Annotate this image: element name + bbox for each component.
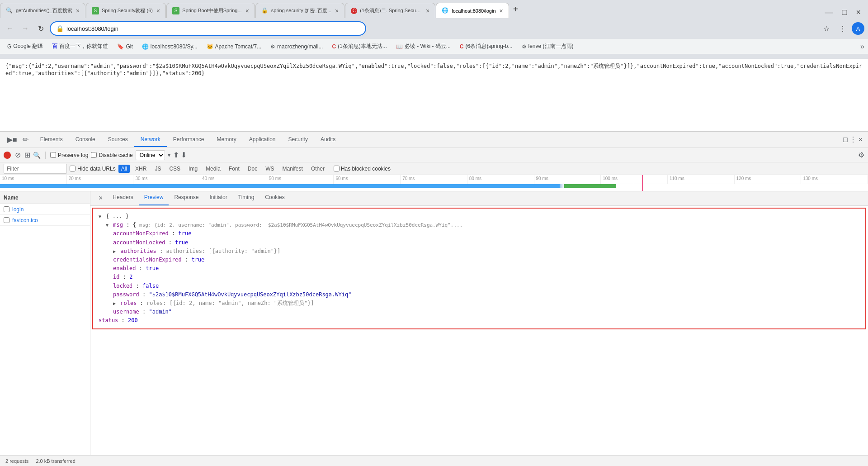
hide-data-urls-checkbox[interactable]: Hide data URLs [70, 166, 116, 172]
devtools-inspect-icon[interactable]: ▶■ [5, 133, 19, 146]
throttle-select[interactable]: Online [136, 150, 165, 160]
bookmark-msg1[interactable]: C (1条消息)本地无法... [328, 41, 390, 52]
filter-xhr-button[interactable]: XHR [132, 165, 149, 173]
filter-css-button[interactable]: CSS [166, 165, 183, 173]
tab-1[interactable]: 🔍 getAuthorities()_百度搜索 × [0, 3, 85, 18]
tab-2[interactable]: S Spring Security教程 (6) × [86, 3, 166, 18]
forward-button[interactable]: → [19, 22, 32, 35]
tab-6-close[interactable]: × [500, 7, 503, 14]
preserve-log-checkbox[interactable]: Preserve log [50, 152, 88, 158]
devtools-close-icon[interactable]: × [859, 136, 863, 144]
devtools-dock-icon[interactable]: □ [843, 136, 848, 144]
clear-button[interactable]: ⊘ [14, 151, 22, 159]
tab-1-close[interactable]: × [76, 7, 80, 14]
bookmarks-star-icon[interactable]: ☆ [819, 21, 834, 36]
tab-application[interactable]: Application [243, 133, 282, 147]
network-item-favicon[interactable]: favicon.ico [0, 215, 90, 226]
filter-doc-button[interactable]: Doc [245, 165, 260, 173]
bookmark-localhost[interactable]: 🌐 localhost:8080/Sy... [138, 42, 201, 52]
filter-img-button[interactable]: Img [186, 165, 200, 173]
preserve-log-input[interactable] [50, 152, 56, 158]
detail-tab-timing[interactable]: Timing [233, 191, 260, 205]
json-id-line: id : 2 [99, 273, 860, 281]
tab-4[interactable]: 🔒 spring security 加密_百度... × [255, 3, 344, 18]
tab-2-icon: S [92, 7, 99, 14]
detail-close-x[interactable]: × [94, 191, 107, 205]
json-credentialsNonExpired-line: credentialsNonExpired : true [99, 256, 860, 264]
bookmark-spring[interactable]: C (6条消息)spring-b... [456, 41, 516, 52]
new-tab-button[interactable]: + [509, 4, 522, 14]
has-blocked-cookies-input[interactable] [334, 166, 340, 171]
filter-media-button[interactable]: Media [203, 165, 223, 173]
tick-80ms: 80 ms [467, 175, 534, 184]
back-button[interactable]: ← [4, 22, 16, 35]
favicon-item-checkbox[interactable] [4, 217, 9, 223]
tab-console[interactable]: Console [69, 133, 102, 147]
hide-data-urls-input[interactable] [70, 166, 75, 171]
minimize-button[interactable]: — [822, 7, 836, 18]
json-locked-line: locked : false [99, 282, 860, 290]
detail-tab-headers[interactable]: Headers [107, 191, 138, 205]
browser-menu-icon[interactable]: ⋮ [835, 21, 850, 36]
tab-3[interactable]: S Spring Boot中使用Spring... × [166, 3, 255, 18]
filter-other-button[interactable]: Other [308, 165, 327, 173]
tab-security[interactable]: Security [282, 133, 314, 147]
detail-tab-cookies[interactable]: Cookies [259, 191, 290, 205]
tab-2-close[interactable]: × [156, 7, 160, 14]
profile-button[interactable]: A [852, 22, 864, 35]
bookmark-wiki[interactable]: 📖 必读 - Wiki - 码云... [392, 41, 454, 52]
upload-icon[interactable]: ⬆ [173, 151, 179, 159]
has-blocked-cookies-checkbox[interactable]: Has blocked cookies [334, 166, 391, 172]
detail-tab-preview[interactable]: Preview [139, 191, 169, 205]
devtools-more-icon[interactable]: ⋮ [849, 135, 857, 144]
tab-5-close[interactable]: × [426, 7, 429, 14]
disable-cache-input[interactable] [91, 152, 97, 158]
filter-ws-button[interactable]: WS [263, 165, 277, 173]
detail-tab-response[interactable]: Response [169, 191, 204, 205]
filter-manifest-button[interactable]: Manifest [280, 165, 306, 173]
filter-font-button[interactable]: Font [226, 165, 242, 173]
bookmarks-bar: G Google 翻译 百 百度一下，你就知道 🔖 Git 🌐 localhos… [0, 39, 868, 54]
record-button[interactable] [4, 152, 11, 159]
tab-network[interactable]: Network [134, 133, 167, 147]
network-item-login[interactable]: login [0, 204, 90, 215]
bookmark-baidu[interactable]: 百 百度一下，你就知道 [48, 41, 112, 52]
detail-tab-initiator[interactable]: Initiator [204, 191, 232, 205]
bookmark-google-translate[interactable]: G Google 翻译 [4, 41, 47, 52]
bookmark-lenve[interactable]: ⚙ lenve (江南一点雨) [518, 41, 577, 52]
bookmark-tomcat[interactable]: 🐱 Apache Tomcat/7... [203, 42, 265, 52]
filter-input[interactable] [4, 164, 67, 174]
download-icon[interactable]: ⬇ [181, 151, 187, 159]
tab-5[interactable]: C (1条消息)二. Spring Securi... × [345, 3, 435, 18]
close-button[interactable]: × [853, 7, 863, 18]
tab-performance[interactable]: Performance [167, 133, 211, 147]
search-icon[interactable]: 🔍 [33, 152, 41, 159]
roles-triangle[interactable]: ▶ [113, 301, 116, 306]
settings-icon[interactable]: ⚙ [858, 151, 864, 159]
disable-cache-checkbox[interactable]: Disable cache [91, 152, 132, 158]
tab-3-close[interactable]: × [245, 7, 249, 14]
root-triangle[interactable]: ▼ [99, 214, 101, 219]
bookmarks-more-icon[interactable]: » [860, 43, 864, 51]
tab-audits[interactable]: Audits [314, 133, 342, 147]
authorities-triangle[interactable]: ▶ [113, 249, 116, 254]
filter-icon[interactable]: ⊞ [24, 151, 30, 159]
maximize-button[interactable]: □ [840, 7, 850, 18]
address-bar[interactable]: 🔒 localhost:8080/login [50, 21, 366, 36]
tab-memory[interactable]: Memory [210, 133, 242, 147]
filter-js-button[interactable]: JS [152, 165, 164, 173]
filter-all-button[interactable]: All [118, 165, 130, 173]
login-item-checkbox[interactable] [4, 206, 9, 212]
request-detail-panel: × Headers Preview Response Initiator Tim… [90, 191, 868, 455]
msg-triangle[interactable]: ▼ [106, 223, 108, 228]
tab-elements[interactable]: Elements [34, 133, 69, 147]
refresh-button[interactable]: ↻ [34, 22, 47, 35]
json-enabled-line: enabled : true [99, 264, 860, 273]
tab-4-close[interactable]: × [335, 7, 339, 14]
devtools-device-icon[interactable]: ✏ [21, 133, 30, 146]
bookmark-github[interactable]: ⚙ macrozheng/mall... [267, 42, 326, 52]
tab-sources[interactable]: Sources [102, 133, 134, 147]
tab-5-icon: C [351, 8, 357, 14]
bookmark-git[interactable]: 🔖 Git [113, 42, 136, 52]
tab-6[interactable]: 🌐 localhost:8080/login × [436, 3, 509, 18]
